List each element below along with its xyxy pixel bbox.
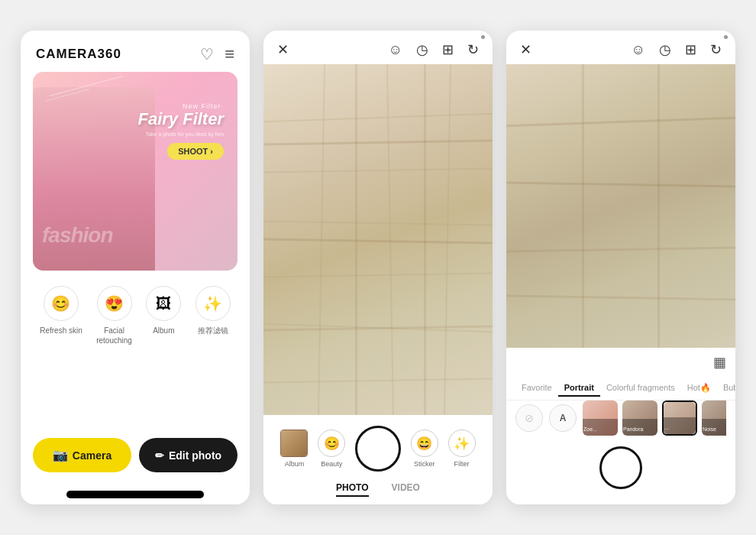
grid-icon[interactable]: ⊞ (442, 41, 454, 58)
filter-thumb-4[interactable]: Noise (702, 400, 726, 436)
header-icons: ♡ ≡ (200, 44, 234, 64)
home-indicator (66, 491, 204, 498)
camera-preview-3 (506, 64, 735, 348)
quick-action-facial[interactable]: 😍 Facialretouching (96, 286, 132, 345)
quick-action-album[interactable]: 🖼 Album (146, 286, 181, 345)
facial-retouching-label: Facialretouching (96, 326, 132, 345)
cam-album[interactable]: Album (280, 430, 308, 468)
edit-photo-label: Edit photo (169, 449, 221, 462)
app-logo: CAMERA360 (36, 47, 121, 62)
screen3-shutter-area (506, 439, 735, 497)
cam-shutter-icon (355, 426, 401, 472)
rotate-icon-3[interactable]: ↻ (710, 41, 722, 58)
filter-tab-colorful[interactable]: Colorful fragments (600, 380, 681, 397)
banner-subtitle: Take a photo for you liked by him (138, 131, 224, 137)
top-icons-group-3: ☺ ◷ ⊞ ↻ (632, 41, 722, 58)
face-icon[interactable]: ☺ (389, 42, 402, 58)
app-header: CAMERA360 ♡ ≡ (21, 31, 250, 72)
camera-button-label: Camera (73, 449, 111, 462)
album-label: Album (153, 326, 174, 336)
cam-filter-label: Filter (454, 460, 470, 468)
filter-tabs: Favorite Portrait Colorful fragments Hot… (506, 374, 735, 400)
banner-text: New Filter· Fairy Filter Take a photo fo… (138, 102, 224, 160)
photo-video-tabs: PHOTO VIDEO (276, 479, 480, 497)
filter-thumb-3[interactable]: ... (662, 400, 697, 436)
cam-beauty[interactable]: 😊 Beauty (318, 430, 345, 468)
face-icon-3[interactable]: ☺ (632, 42, 645, 58)
phone-screen-1: CAMERA360 ♡ ≡ New Filter· Fairy Filter T… (21, 31, 250, 504)
cam-filter-icon: ✨ (448, 430, 476, 457)
filter-panel: ▦ Favorite Portrait Colorful fragments H… (506, 348, 735, 504)
quick-action-refresh-skin[interactable]: 😊 Refresh skin (40, 286, 82, 345)
cam-sticker-icon: 😄 (411, 430, 438, 457)
close-icon-3[interactable]: ✕ (520, 41, 531, 58)
recommended-filter-icon: ✨ (195, 286, 231, 321)
filter-thumb-2[interactable]: Pandora (622, 400, 657, 436)
filter-tab-hot[interactable]: Hot🔥 (681, 380, 717, 397)
refresh-skin-icon: 😊 (44, 286, 79, 321)
banner: New Filter· Fairy Filter Take a photo fo… (33, 72, 237, 271)
photo-tab[interactable]: PHOTO (336, 482, 368, 497)
camera-button[interactable]: 📷 Camera (33, 438, 131, 472)
thumb-label-1: Zoe... (583, 426, 597, 432)
banner-title: Fairy Filter (138, 110, 224, 128)
filter-icon-row: ⊘ A Zoe... Pandora (506, 400, 735, 439)
rotate-icon[interactable]: ↻ (467, 41, 479, 58)
refresh-skin-label: Refresh skin (40, 326, 82, 336)
quick-actions: 😊 Refresh skin 😍 Facialretouching 🖼 Albu… (21, 271, 250, 352)
banner-fashion-deco: fashion (42, 223, 113, 248)
wood-texture (263, 64, 493, 415)
cam-beauty-icon: 😊 (318, 430, 345, 457)
camera-bottom-panel: Album 😊 Beauty 😄 Sticker ✨ Filter (263, 415, 493, 504)
status-dot-3 (724, 35, 728, 39)
banner-shoot-button[interactable]: SHOOT › (167, 143, 224, 160)
cam-shutter[interactable] (355, 426, 401, 472)
filter-tab-favorite[interactable]: Favorite (515, 380, 558, 397)
video-tab[interactable]: VIDEO (392, 482, 420, 497)
filter-thumbs: Zoe... Pandora ... (583, 400, 726, 436)
edit-photo-button[interactable]: ✏ Edit photo (139, 438, 237, 472)
recommended-filter-label: 推荐滤镜 (198, 326, 228, 336)
edit-photo-icon: ✏ (155, 449, 164, 462)
thumb-label-2: Pandora (623, 426, 643, 432)
text-filter-icon[interactable]: A (549, 404, 577, 432)
camera3-top-bar: ✕ ☺ ◷ ⊞ ↻ (506, 31, 735, 64)
phone-screen-2: ✕ ☺ ◷ ⊞ ↻ (263, 31, 493, 504)
facial-retouching-icon: 😍 (97, 286, 132, 321)
close-icon[interactable]: ✕ (277, 41, 289, 58)
thumb-label-3: ... (664, 425, 669, 430)
heart-icon[interactable]: ♡ (200, 45, 214, 63)
cam-album-label: Album (285, 460, 305, 468)
thumb-label-4: Noise (703, 426, 716, 432)
screen3-shutter-button[interactable] (599, 446, 642, 489)
filter-tab-bubbles[interactable]: Bubbles (717, 380, 735, 397)
filter-grid-icon[interactable]: ▦ (713, 354, 726, 371)
cam-sticker[interactable]: 😄 Sticker (411, 430, 438, 468)
cam-sticker-label: Sticker (414, 460, 435, 468)
camera-preview (263, 64, 493, 415)
filter-tab-portrait[interactable]: Portrait (558, 380, 600, 397)
quick-action-recommended-filter[interactable]: ✨ 推荐滤镜 (195, 286, 231, 345)
cam-filter[interactable]: ✨ Filter (448, 430, 476, 468)
timer-icon[interactable]: ◷ (416, 41, 428, 58)
filter-thumb-1[interactable]: Zoe... (583, 400, 618, 436)
camera-button-icon: 📷 (53, 448, 68, 462)
wood-texture-3 (506, 64, 735, 348)
menu-icon[interactable]: ≡ (225, 44, 234, 64)
timer-icon-3[interactable]: ◷ (659, 41, 671, 58)
grid-icon-3[interactable]: ⊞ (685, 41, 696, 58)
cam-album-icon (280, 430, 308, 457)
status-dot (481, 35, 485, 39)
camera-controls: Album 😊 Beauty 😄 Sticker ✨ Filter (276, 426, 480, 479)
album-icon: 🖼 (146, 286, 181, 321)
bottom-buttons: 📷 Camera ✏ Edit photo (21, 426, 250, 491)
cam-beauty-label: Beauty (321, 460, 342, 468)
ban-filter-icon[interactable]: ⊘ (515, 404, 543, 432)
top-icons-group: ☺ ◷ ⊞ ↻ (389, 41, 479, 58)
phone-screen-3: ✕ ☺ ◷ ⊞ ↻ ▦ Favorite (506, 31, 735, 504)
camera-top-bar: ✕ ☺ ◷ ⊞ ↻ (263, 31, 493, 64)
